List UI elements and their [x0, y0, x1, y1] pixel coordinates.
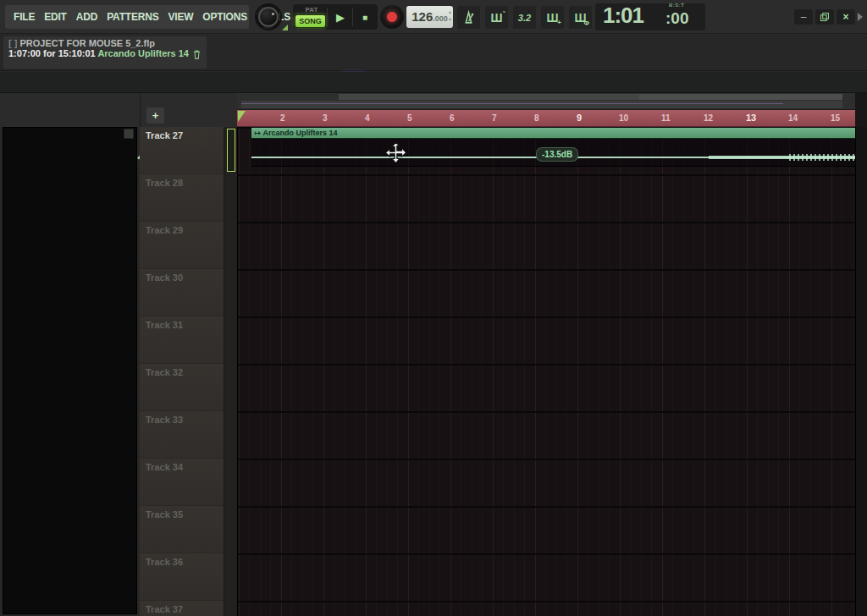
bar-label: 10 — [619, 113, 628, 123]
track-name[interactable]: Track 27 — [146, 130, 183, 140]
playlist-titlebar[interactable]: Playlist - Arrangement Arcando Uplifters… — [0, 72, 867, 93]
playlist-vertical-scrollbar[interactable] — [855, 127, 867, 616]
menu-view[interactable]: VIEW — [168, 11, 193, 23]
picker-panel-header: Ш ✦ — [0, 93, 140, 127]
waveform-noise — [789, 154, 855, 161]
fl-studio-window: FILE EDIT ADD PATTERNS VIEW OPTIONS TOOL… — [0, 0, 867, 616]
track-name[interactable]: Track 32 — [146, 367, 183, 377]
tempo-value: 126 — [411, 9, 433, 24]
pat-mode-button[interactable]: PAT — [298, 6, 325, 14]
track-row[interactable]: Track 34 — [140, 459, 237, 506]
audio-clip-name: Arcando Uplifters 14 — [263, 129, 338, 137]
hint-panel-knob[interactable] — [257, 5, 280, 29]
playlist-overview-scrollbar[interactable] — [237, 93, 855, 110]
plus-icon: + — [557, 19, 561, 26]
stop-button[interactable]: ■ — [353, 5, 377, 29]
track-name[interactable]: Track 28 — [146, 178, 183, 188]
metronome-icon — [461, 10, 476, 25]
track-row[interactable]: Track 28 — [140, 174, 237, 222]
secondary-toolbar: [ ] PROJECT FOR MOUSE 5_2.flp 1:07:00 fo… — [0, 35, 867, 71]
stop-icon: ■ — [362, 13, 367, 22]
wait-for-input-button[interactable]: Ш◔ — [485, 6, 508, 29]
menu-bar: FILE EDIT ADD PATTERNS VIEW OPTIONS TOOL… — [5, 5, 249, 29]
tempo-spinner[interactable]: ▴▾ — [449, 8, 451, 24]
track-name[interactable]: Track 37 — [146, 604, 183, 614]
time-display[interactable]: 1:01 — [603, 3, 643, 29]
record-button[interactable] — [380, 5, 404, 29]
track-row[interactable]: Track 29 — [140, 222, 237, 269]
time-mode-label: B:S:T — [669, 3, 685, 8]
app-maximize-button[interactable] — [815, 9, 834, 25]
overview-corner — [855, 93, 867, 127]
tempo-fraction: .000 — [433, 14, 448, 23]
track-name[interactable]: Track 36 — [146, 557, 183, 567]
bar-label: 8 — [534, 113, 539, 123]
phi-icon: Φ — [583, 19, 589, 27]
project-bracket: [ ] — [8, 38, 17, 48]
track-name-panel: Track 27 Track 28 Track 29 Track 30 Trac… — [140, 127, 237, 616]
track-name[interactable]: Track 35 — [146, 509, 183, 520]
project-filename: PROJECT FOR MOUSE 5_2.flp — [19, 38, 155, 48]
project-selection-name: Arcando Uplifters 14 — [97, 48, 189, 58]
countdown-label: 3.2 — [518, 13, 531, 23]
track-row[interactable]: Track 32 — [140, 364, 237, 411]
bar-label: 9 — [577, 113, 582, 123]
playhead-marker-icon[interactable] — [238, 111, 246, 122]
main-toolbar: FILE EDIT ADD PATTERNS VIEW OPTIONS TOOL… — [0, 0, 867, 34]
loop-record-button[interactable]: Ш+ — [541, 6, 564, 29]
countdown-button[interactable]: 3.2 — [513, 6, 536, 29]
maximize-icon — [820, 12, 830, 22]
song-mode-button[interactable]: SONG — [295, 14, 326, 28]
plus-icon: + — [152, 109, 159, 122]
track-row[interactable]: Track 33 — [140, 411, 237, 459]
track-state-strip — [224, 127, 237, 616]
move-cursor-icon — [385, 142, 406, 163]
app-close-button[interactable]: × — [837, 9, 855, 25]
menu-patterns[interactable]: PATTERNS — [107, 11, 158, 23]
picker-scrollbar-thumb[interactable] — [124, 129, 134, 139]
app-minimize-button[interactable]: – — [794, 9, 813, 25]
track-name[interactable]: Track 33 — [146, 415, 183, 425]
toolbar-overflow-arrow-icon[interactable] — [858, 13, 863, 21]
bar-label: 6 — [450, 113, 455, 123]
time-display-ticks: :00 — [665, 9, 688, 28]
timeline-ruler[interactable]: 2 3 4 5 6 7 8 9 10 11 12 13 14 15 — [237, 110, 855, 127]
track-name[interactable]: Track 34 — [146, 462, 183, 472]
tempo-display[interactable]: 126.000 ▴▾ — [406, 6, 453, 28]
bar-label: 12 — [704, 113, 713, 123]
track-row[interactable]: Track 30 — [140, 269, 237, 316]
track-name[interactable]: Track 30 — [146, 272, 183, 283]
selected-track-indicator[interactable] — [227, 129, 235, 172]
menu-edit[interactable]: EDIT — [44, 11, 67, 23]
track-row[interactable]: Track 37 — [140, 601, 237, 616]
project-position: 1:07:00 for 15:10:01 — [8, 48, 96, 58]
project-info-panel: [ ] PROJECT FOR MOUSE 5_2.flp 1:07:00 fo… — [3, 36, 207, 69]
play-button[interactable]: ▶ — [329, 5, 352, 29]
bar-label: 2 — [280, 113, 285, 123]
track-row[interactable]: Track 27 — [140, 127, 237, 174]
bar-label: 7 — [492, 113, 497, 123]
playlist-grid[interactable] — [237, 127, 855, 616]
bar-label: 4 — [365, 113, 370, 123]
track-name[interactable]: Track 31 — [146, 320, 183, 330]
close-icon: × — [842, 11, 848, 23]
bar-label: 3 — [323, 113, 328, 123]
picker-list[interactable] — [3, 127, 137, 614]
bar-label: 13 — [746, 113, 756, 123]
track-row[interactable]: Track 35 — [140, 506, 237, 553]
bar-label: 11 — [661, 113, 671, 123]
blend-recording-button[interactable]: ШΦ — [569, 6, 592, 29]
metronome-button[interactable] — [457, 6, 480, 29]
menu-add[interactable]: ADD — [76, 11, 97, 23]
resize-grip-icon — [282, 25, 288, 30]
add-track-button[interactable]: + — [146, 107, 164, 124]
menu-options[interactable]: OPTIONS — [202, 11, 247, 23]
track-row[interactable]: Track 36 — [140, 553, 237, 601]
audio-clip-header[interactable]: ↦ Arcando Uplifters 14 — [251, 128, 855, 139]
track-name[interactable]: Track 29 — [146, 225, 183, 235]
record-icon — [387, 12, 397, 22]
menu-file[interactable]: FILE — [14, 11, 35, 23]
bar-label: 15 — [831, 113, 840, 123]
track-row[interactable]: Track 31 — [140, 316, 237, 364]
clip-stretch-icon: ↦ — [254, 129, 261, 137]
